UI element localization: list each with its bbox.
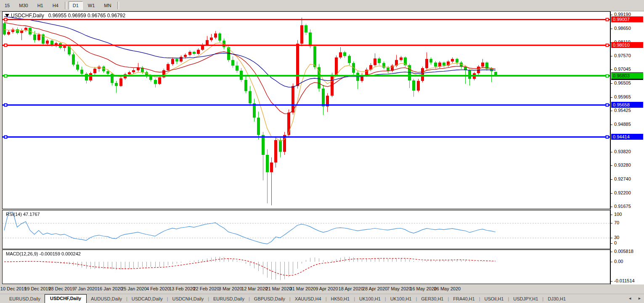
- tab-eurusd-daily[interactable]: EURUSD,Daily: [5, 295, 45, 303]
- tab-scroll-arrows: ◄ ►: [628, 296, 641, 301]
- tab-hk50-h1[interactable]: HK50,H1: [327, 295, 354, 303]
- axis-tickmark: [611, 179, 612, 180]
- axis-tickmark: [611, 238, 612, 238]
- price-tick: 0.94885: [614, 122, 631, 127]
- level-price-label: 0.99007: [611, 16, 643, 22]
- axis-tickmark: [611, 152, 612, 152]
- tab-fra40-h1[interactable]: FRA40,H1: [449, 295, 479, 303]
- tab-usoil-h1[interactable]: USOil,H1: [480, 295, 508, 303]
- price-tick: 0.96505: [614, 80, 631, 85]
- axis-tickmark: [611, 165, 612, 166]
- axis-tickmark: [611, 215, 612, 215]
- mt4-chart-app: 15M30H1H4D1W1MN USDCHF,Daily 0.96955 0.9…: [0, 0, 644, 303]
- level-price-label: 0.96803: [611, 73, 643, 79]
- price-tick: 0.92200: [614, 190, 631, 195]
- date-label: 12 Mar 2020: [241, 286, 268, 291]
- tab-usdcad-daily[interactable]: USDCAD,Daily: [127, 295, 167, 303]
- rsi-panel[interactable]: RSI(14) 47.1767: [2, 210, 610, 249]
- tab-eurusd-daily[interactable]: EURUSD,Daily: [209, 295, 249, 303]
- tab-usdchf-daily[interactable]: USDCHF,Daily: [45, 294, 87, 303]
- date-axis[interactable]: 10 Dec 201919 Dec 201928 Dec 20197 Jan 2…: [0, 284, 644, 294]
- macd-axis-tick: -0.011514: [614, 278, 635, 283]
- price-tick: 0.97570: [614, 53, 631, 58]
- price-tick: 0.98650: [614, 26, 631, 31]
- axis-tickmark: [611, 193, 612, 194]
- tab-dj30-h1[interactable]: DJ30,H1: [543, 295, 570, 303]
- tab-uk100-h1[interactable]: UK100,H1: [355, 295, 385, 303]
- axis-tickmark: [611, 15, 612, 15]
- price-tick: 0.95965: [614, 94, 631, 99]
- axis-tickmark: [611, 83, 612, 84]
- date-label: 18 Apr 2020: [339, 286, 363, 291]
- chart-tab-bar: EURUSD,DailyUSDCHF,DailyAUDUSD,Daily|USD…: [0, 294, 644, 303]
- tab-scroll-left-button[interactable]: ◄: [628, 296, 632, 301]
- axis-tickmark: [611, 207, 612, 207]
- timeframe-button-15[interactable]: 15: [0, 1, 14, 10]
- date-label: 19 Dec 2019: [24, 286, 50, 291]
- rsi-label: RSI(14) 47.1767: [6, 212, 40, 217]
- chart-ohlc-values: 0.96955 0.96959 0.96765 0.96792: [48, 13, 126, 19]
- tab-xauusd-h4[interactable]: XAUUSD,H4: [291, 295, 326, 303]
- tab-gbpusd-daily[interactable]: GBPUSD,Daily: [250, 295, 289, 303]
- timeframe-button-d1[interactable]: D1: [69, 1, 83, 10]
- macd-panel[interactable]: MACD(12,26,9) -0.000159 0.000242: [2, 250, 610, 284]
- axis-tickmark: [611, 262, 612, 262]
- axis-tickmark: [611, 223, 612, 223]
- date-label: 9 Apr 2020: [315, 286, 338, 291]
- timeframe-button-w1[interactable]: W1: [84, 1, 99, 10]
- rsi-axis-tick: 0: [614, 240, 617, 245]
- tab-uk100-h1[interactable]: UK100,H1: [386, 295, 416, 303]
- tab-usdcnh-daily[interactable]: USDCNH,Daily: [168, 295, 208, 303]
- date-label: 16 May 2020: [410, 286, 437, 291]
- price-tick: 0.97045: [614, 66, 631, 72]
- price-tick: 0.93820: [614, 149, 631, 154]
- timeframe-button-h4[interactable]: H4: [48, 1, 63, 10]
- axis-tickmark: [611, 252, 612, 252]
- date-label: 28 Dec 2019: [48, 286, 74, 291]
- axis-tickmark: [611, 125, 612, 125]
- axis-tickmark: [611, 56, 612, 56]
- macd-axis-tick: 0.005818: [614, 249, 633, 254]
- axis-tickmark: [611, 97, 612, 98]
- date-label: 7 May 2020: [387, 286, 411, 291]
- date-label: 22 Feb 2020: [193, 286, 220, 291]
- main-chart-panel[interactable]: USDCHF,Daily 0.96955 0.96959 0.96765 0.9…: [2, 11, 610, 209]
- timeframe-button-mn[interactable]: MN: [100, 1, 115, 10]
- rsi-axis-tick: 30: [614, 235, 619, 240]
- axis-tickmark: [611, 281, 612, 282]
- rsi-canvas[interactable]: [3, 210, 610, 248]
- date-label: 31 Mar 2020: [290, 286, 316, 291]
- chart-title: USDCHF,Daily 0.96955 0.96959 0.96765 0.9…: [5, 13, 125, 19]
- date-label: 21 Mar 2020: [265, 286, 292, 291]
- date-label: 25 Jan 2020: [121, 286, 147, 291]
- macd-label: MACD(12,26,9) -0.000159 0.000242: [6, 251, 81, 256]
- level-price-label: 0.94414: [611, 134, 643, 140]
- date-label: 10 Dec 2019: [0, 286, 27, 291]
- axis-tickmark: [611, 29, 612, 29]
- price-tick: 0.95425: [614, 108, 631, 113]
- price-tick: 0.93280: [614, 162, 631, 167]
- axis-tickmark: [611, 69, 612, 70]
- rsi-axis-tick: 70: [614, 220, 619, 225]
- price-tick: 0.92740: [614, 176, 631, 181]
- level-price-label: 0.95658: [611, 102, 643, 108]
- price-tick: 0.91675: [614, 204, 631, 209]
- tab-ger30-h1[interactable]: GER30,H1: [417, 295, 448, 303]
- candlestick-chart-canvas[interactable]: [3, 12, 610, 208]
- chart-symbol-label: USDCHF,Daily: [11, 13, 44, 19]
- tab-scroll-right-button[interactable]: ►: [638, 296, 641, 301]
- level-price-label: 0.98010: [611, 42, 643, 48]
- axis-tickmark: [611, 111, 612, 111]
- timeframe-button-h1[interactable]: H1: [33, 1, 48, 10]
- timeframe-button-m30[interactable]: M30: [15, 1, 32, 10]
- date-label: 7 Jan 2020: [74, 286, 97, 291]
- date-label: 16 Jan 2020: [97, 286, 123, 291]
- macd-canvas[interactable]: [3, 250, 610, 283]
- date-label: 13 Feb 2020: [169, 286, 195, 291]
- timeframe-toolbar: 15M30H1H4D1W1MN: [0, 0, 644, 11]
- price-axis[interactable]: 0.991900.986500.981100.975700.970450.965…: [610, 11, 644, 284]
- axis-tickmark: [611, 243, 612, 244]
- rsi-axis-tick: 100: [614, 212, 622, 217]
- tab-usdjpy-h1[interactable]: USDJPY,H1: [509, 295, 542, 303]
- tab-audusd-daily[interactable]: AUDUSD,Daily: [87, 295, 126, 303]
